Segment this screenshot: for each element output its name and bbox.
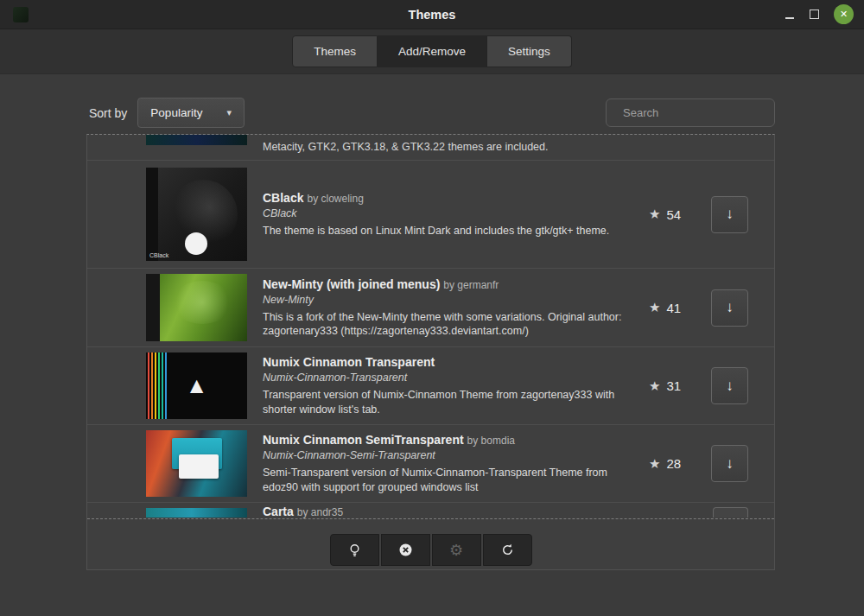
thumb-stripe-decor (165, 352, 167, 419)
list-item[interactable]: Numix Cinnamon SemiTransparentby bomdia … (87, 424, 774, 502)
thumb-stripe-decor (151, 352, 153, 419)
theme-description: This is a fork of the New-Minty theme wi… (263, 310, 629, 339)
download-button[interactable]: ↓ (711, 367, 748, 404)
theme-name: Numix Cinnamon SemiTransparent (263, 433, 464, 447)
sort-dropdown[interactable]: Popularity ▾ (137, 98, 245, 128)
theme-thumbnail (146, 430, 247, 497)
star-icon: ★ (649, 300, 660, 315)
theme-thumbnail: CBlack (146, 168, 247, 261)
list-item[interactable]: New-Minty (with joined menus)by germanfr… (87, 268, 774, 346)
theme-title: Numix Cinnamon Transparent (263, 355, 640, 369)
refresh-button[interactable] (483, 534, 532, 566)
circle-x-icon (398, 543, 413, 557)
list-item-partial-bottom[interactable]: Cartaby andr35 (87, 502, 774, 518)
thumb-panel-decor (146, 168, 158, 261)
search-input[interactable] (621, 105, 777, 120)
download-button[interactable]: ↓ (711, 445, 748, 482)
theme-text: Numix Cinnamon SemiTransparentby bomdia … (263, 433, 649, 494)
lightbulb-icon (348, 543, 361, 557)
thumb-orb-decor (185, 232, 207, 255)
theme-thumbnail (146, 508, 247, 518)
theme-description: Semi-Transparent version of Numix-Cinnam… (263, 466, 629, 494)
download-button[interactable]: ↓ (711, 289, 748, 327)
theme-list-scrollarea[interactable]: Metacity, GTK2, GTK3.18, & GTK3.22 theme… (87, 135, 774, 519)
star-count: 31 (666, 378, 681, 393)
download-button[interactable] (713, 507, 748, 518)
star-count: 28 (666, 456, 681, 471)
chevron-down-icon: ▾ (226, 107, 232, 118)
star-icon: ★ (649, 206, 660, 222)
bottom-toolbar: ⚙ (87, 534, 774, 566)
download-button[interactable]: ↓ (711, 196, 748, 233)
thumb-panel-decor (146, 274, 160, 341)
theme-title: CBlackby cloweling (263, 191, 640, 205)
theme-name: Carta (263, 505, 294, 518)
header: Themes Add/Remove Settings (0, 29, 864, 74)
theme-subtitle: New-Minty (263, 294, 640, 306)
window-controls: ✕ (785, 0, 854, 29)
settings-button[interactable]: ⚙ (432, 534, 481, 566)
numix-logo: ▲ (186, 374, 208, 397)
tab-add-remove[interactable]: Add/Remove (378, 35, 487, 67)
theme-name: CBlack (263, 191, 303, 205)
theme-text: Numix Cinnamon Transparent Numix-Cinnamo… (263, 355, 649, 416)
theme-author: by andr35 (297, 506, 343, 518)
uninstall-button[interactable] (381, 534, 430, 566)
theme-title: Cartaby andr35 (263, 505, 343, 518)
star-count: 54 (666, 207, 681, 222)
minimize-icon[interactable] (785, 10, 795, 20)
window-title: Themes (0, 8, 864, 22)
refresh-icon (500, 543, 515, 557)
tab-themes[interactable]: Themes (292, 35, 378, 67)
theme-text: New-Minty (with joined menus)by germanfr… (263, 277, 649, 339)
gear-icon: ⚙ (449, 543, 463, 558)
star-rating: ★ 28 (649, 456, 709, 472)
thumb-stripe-decor (162, 352, 163, 419)
theme-subtitle: CBlack (263, 207, 640, 219)
tabbar: Themes Add/Remove Settings (292, 35, 572, 67)
thumb-label: CBlack (149, 252, 168, 258)
theme-name: New-Minty (with joined menus) (263, 277, 440, 291)
theme-author: by cloweling (307, 193, 363, 205)
theme-thumbnail: ▲ (146, 352, 247, 419)
hint-button[interactable] (330, 534, 379, 566)
theme-list-panel: Metacity, GTK2, GTK3.18, & GTK3.22 theme… (86, 134, 775, 570)
star-icon: ★ (649, 378, 660, 394)
sort-dropdown-value: Popularity (150, 106, 202, 119)
star-rating: ★ 54 (649, 206, 709, 222)
theme-thumbnail (146, 274, 247, 341)
thumb-stripe-decor (148, 352, 149, 419)
theme-description: The theme is based on Linux Mint Dark an… (263, 224, 629, 238)
theme-title: Numix Cinnamon SemiTransparentby bomdia (263, 433, 640, 447)
thumb-stripe-decor (155, 352, 156, 419)
thumb-leaf-decor (172, 281, 232, 324)
theme-description: Metacity, GTK2, GTK3.18, & GTK3.22 theme… (263, 141, 748, 153)
theme-author: by germanfr (443, 279, 499, 291)
thumb-stripe-decor (158, 352, 160, 419)
maximize-icon[interactable] (810, 10, 819, 19)
star-rating: ★ 41 (649, 300, 709, 315)
theme-title: New-Minty (with joined menus)by germanfr (263, 277, 640, 291)
thumb-window-decor (179, 454, 219, 479)
app-icon (13, 7, 29, 22)
list-item[interactable]: CBlack CBlackby cloweling CBlack The the… (87, 160, 774, 268)
theme-author: by bomdia (467, 435, 515, 447)
theme-thumbnail (146, 135, 247, 145)
controls-row: Sort by Popularity ▾ (89, 98, 775, 128)
close-icon[interactable]: ✕ (834, 4, 854, 24)
list-item[interactable]: ▲ Numix Cinnamon Transparent Numix-Cinna… (87, 346, 774, 424)
theme-subtitle: Numix-Cinnamon-Semi-Transparent (263, 449, 640, 461)
theme-subtitle: Numix-Cinnamon-Transparent (263, 372, 640, 384)
star-icon: ★ (649, 456, 660, 472)
star-rating: ★ 31 (649, 378, 709, 394)
star-count: 41 (666, 301, 681, 315)
search-box[interactable] (606, 98, 775, 127)
list-item-partial-top[interactable]: Metacity, GTK2, GTK3.18, & GTK3.22 theme… (87, 135, 774, 160)
theme-text: CBlackby cloweling CBlack The theme is b… (263, 191, 649, 238)
sort-by-label: Sort by (89, 106, 127, 120)
theme-description: Transparent version of Numix-Cinnamon Th… (263, 388, 629, 416)
tab-settings[interactable]: Settings (487, 35, 572, 67)
titlebar: Themes ✕ (0, 0, 864, 29)
theme-name: Numix Cinnamon Transparent (263, 355, 435, 369)
